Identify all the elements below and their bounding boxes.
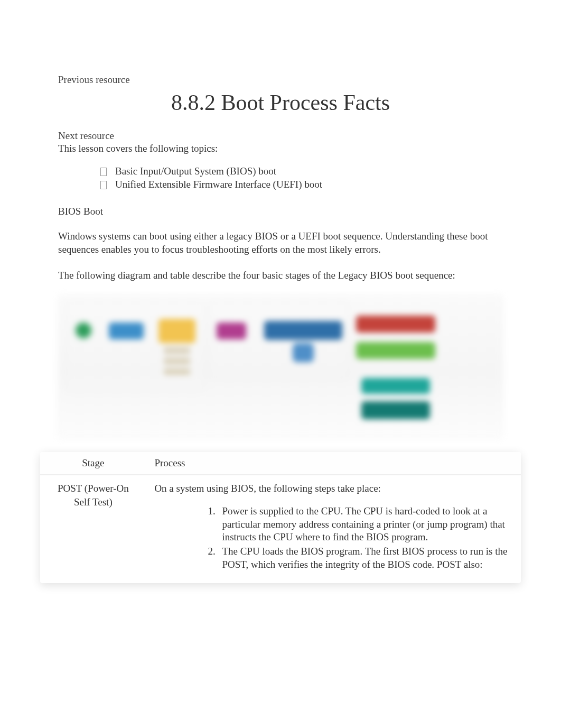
table-header-stage: Stage (40, 452, 146, 475)
intro-text: This lesson covers the following topics: (58, 143, 503, 154)
table-row: POST (Power-On Self Test) On a system us… (40, 475, 520, 583)
topic-item: Unified Extensible Firmware Interface (U… (100, 178, 503, 191)
body-paragraph: The following diagram and table describe… (58, 269, 503, 282)
page-title: 8.8.2 Boot Process Facts (58, 90, 503, 115)
process-step: Power is supplied to the CPU. The CPU is… (218, 505, 512, 544)
boot-process-diagram (58, 294, 503, 437)
previous-resource-link[interactable]: Previous resource (58, 74, 503, 86)
topic-item: Basic Input/Output System (BIOS) boot (100, 165, 503, 178)
body-paragraph: Windows systems can boot using either a … (58, 230, 503, 256)
boot-stages-table: Stage Process POST (Power-On Self Test) … (40, 452, 520, 583)
table-header-process: Process (146, 452, 520, 475)
section-heading: BIOS Boot (58, 206, 503, 217)
process-step: The CPU loads the BIOS program. The firs… (218, 545, 512, 571)
topic-list: Basic Input/Output System (BIOS) boot Un… (58, 165, 503, 191)
process-steps-list: Power is supplied to the CPU. The CPU is… (154, 505, 512, 571)
process-cell: On a system using BIOS, the following st… (146, 475, 520, 583)
stage-cell: POST (Power-On Self Test) (40, 475, 146, 583)
next-resource-link[interactable]: Next resource (58, 130, 503, 142)
process-intro-text: On a system using BIOS, the following st… (154, 482, 512, 495)
